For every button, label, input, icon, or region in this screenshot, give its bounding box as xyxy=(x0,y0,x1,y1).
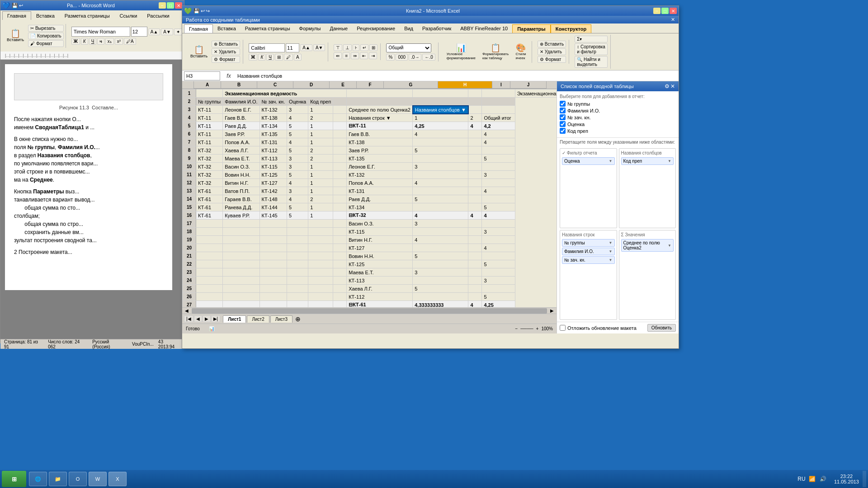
excel-align-left-button[interactable]: ⇚ xyxy=(334,52,342,59)
sheet-tab-3[interactable]: Лист3 xyxy=(270,315,292,323)
pivot-rows-item-name[interactable]: Фамилия И.О. ▼ xyxy=(562,248,615,255)
cell-21-0[interactable] xyxy=(196,252,223,260)
cell-17-3[interactable] xyxy=(287,220,308,228)
cell-23-2[interactable] xyxy=(259,268,287,277)
cell-24-2[interactable] xyxy=(259,277,287,285)
cell-24-4[interactable] xyxy=(308,277,333,285)
word-italic-button[interactable]: К xyxy=(81,38,88,45)
excel-align-center-button[interactable]: ≡ xyxy=(343,52,350,59)
cell-24-0[interactable] xyxy=(196,277,223,285)
cell-14-6[interactable]: Раев Д.Д. xyxy=(347,195,413,203)
excel-format-select[interactable]: Общий xyxy=(386,43,431,52)
cell-24-1[interactable] xyxy=(223,277,259,285)
cell-19-3[interactable] xyxy=(287,236,308,244)
cell-13-9[interactable]: 4 xyxy=(482,187,515,195)
cell-26-6[interactable]: КТ-112 xyxy=(347,293,413,301)
excel-insert-button[interactable]: ⊕ Вставить xyxy=(212,41,240,47)
cell-10-1[interactable]: Васин О.З. xyxy=(223,163,259,171)
cell-2-2[interactable]: № зач. кн. xyxy=(259,98,287,106)
cell-19-8[interactable] xyxy=(468,236,482,244)
cell-16-4[interactable]: 1 xyxy=(308,211,333,220)
pivot-field-teacher-checkbox[interactable] xyxy=(560,128,566,134)
cell-21-4[interactable] xyxy=(308,252,333,260)
cell-16-8[interactable]: 4 xyxy=(468,211,482,220)
cell-27-6[interactable]: ⊟КТ-61 xyxy=(347,301,413,308)
word-subscript-button[interactable]: x₁ xyxy=(105,38,114,45)
cell-3-0[interactable]: КТ-11 xyxy=(196,106,223,114)
word-clear-format-button[interactable]: ✦ xyxy=(174,28,182,35)
cell-2-8[interactable] xyxy=(468,98,482,106)
word-paste-button[interactable]: 📋 Вставить xyxy=(4,28,27,44)
col-header-F[interactable]: F xyxy=(357,81,384,89)
cell-11-5[interactable] xyxy=(333,171,347,179)
cell-15-9[interactable]: 5 xyxy=(482,203,515,211)
cell-21-2[interactable] xyxy=(259,252,287,260)
select-all-button[interactable] xyxy=(182,81,194,89)
cell-6-1[interactable]: Заев Р.Р. xyxy=(223,130,259,138)
scroll-thumb[interactable] xyxy=(192,308,547,314)
cell-4-2[interactable]: КТ-138 xyxy=(259,114,287,122)
row-number-4[interactable]: 4 xyxy=(183,114,196,122)
excel-format-button[interactable]: ⚙ Формат xyxy=(212,56,240,63)
cell-26-5[interactable] xyxy=(333,293,347,301)
cell-19-5[interactable] xyxy=(333,236,347,244)
cell-4-9[interactable]: Общий итог xyxy=(482,114,515,122)
cell-5-5[interactable] xyxy=(333,122,347,130)
pivot-work-close-icon[interactable]: ✕ xyxy=(671,17,675,23)
excel-increase-indent-button[interactable]: ⇥ xyxy=(369,52,377,59)
cell-22-4[interactable] xyxy=(308,260,333,268)
cell-14-7[interactable]: 5 xyxy=(413,195,468,203)
cell-9-0[interactable]: КТ-32 xyxy=(196,155,223,163)
cell-20-9[interactable]: 4 xyxy=(482,244,515,252)
row-number-1[interactable]: 1 xyxy=(183,89,196,98)
cell-8-6[interactable]: Заев Р.Р. xyxy=(347,146,413,155)
cell-25-4[interactable] xyxy=(308,285,333,293)
row-number-16[interactable]: 16 xyxy=(183,211,196,220)
sheet-prev-button[interactable]: ◀ xyxy=(194,315,202,322)
cell-19-1[interactable] xyxy=(223,236,259,244)
cell-3-7[interactable]: Названия столбцов ▼ xyxy=(413,106,468,114)
word-quick-undo[interactable]: ↩ xyxy=(19,3,23,9)
cell-24-7[interactable] xyxy=(413,277,468,285)
taskbar-excel-button[interactable]: X xyxy=(108,472,127,486)
cell-17-2[interactable] xyxy=(259,220,287,228)
cell-15-7[interactable] xyxy=(413,203,468,211)
cell-18-4[interactable] xyxy=(308,228,333,236)
cell-5-2[interactable]: КТ-134 xyxy=(259,122,287,130)
cell-10-3[interactable]: 3 xyxy=(287,163,308,171)
excel-delete-button[interactable]: ✕ Удалить xyxy=(212,48,240,55)
cell-7-3[interactable]: 4 xyxy=(287,138,308,146)
cell-25-7[interactable]: 5 xyxy=(413,285,468,293)
word-minimize-button[interactable]: − xyxy=(159,2,166,9)
cell-1-5[interactable] xyxy=(482,89,515,98)
pivot-values-item-avg[interactable]: Среднее по полю Оценка2 ▼ xyxy=(621,239,674,252)
cell-7-1[interactable]: Попов А.А. xyxy=(223,138,259,146)
cell-27-1[interactable] xyxy=(223,301,259,308)
cell-8-8[interactable] xyxy=(468,146,482,155)
cell-27-4[interactable] xyxy=(308,301,333,308)
excel-maximize-button[interactable]: □ xyxy=(661,8,669,14)
cell-8-3[interactable]: 5 xyxy=(287,146,308,155)
cell-23-1[interactable] xyxy=(223,268,259,277)
excel-quick-undo[interactable]: ↩ xyxy=(201,8,205,14)
cell-11-8[interactable] xyxy=(468,171,482,179)
cell-4-6[interactable]: Названия строк ▼ xyxy=(347,114,413,122)
cell-6-7[interactable]: 4 xyxy=(413,130,468,138)
excel-delete-cell-button[interactable]: ✕ Удалить xyxy=(538,48,566,55)
cell-14-4[interactable]: 2 xyxy=(308,195,333,203)
cell-23-4[interactable] xyxy=(308,268,333,277)
cell-22-1[interactable] xyxy=(223,260,259,268)
cell-15-2[interactable]: КТ-144 xyxy=(259,203,287,211)
pivot-field-grade[interactable]: Оценка xyxy=(560,121,676,127)
word-copy-button[interactable]: 📄 Копировать xyxy=(28,33,64,39)
start-button[interactable]: ⊞ xyxy=(2,471,26,487)
cell-19-4[interactable] xyxy=(308,236,333,244)
cell-5-6[interactable]: ⊟КТ-11 xyxy=(347,122,413,130)
cell-5-8[interactable]: 4 xyxy=(468,122,482,130)
cell-23-6[interactable]: Маева Е.Т. xyxy=(347,268,413,277)
cell-25-9[interactable] xyxy=(482,285,515,293)
cell-5-3[interactable]: 5 xyxy=(287,122,308,130)
cell-13-7[interactable] xyxy=(413,187,468,195)
cell-7-7[interactable] xyxy=(413,138,468,146)
word-decrease-font-button[interactable]: A▼ xyxy=(161,28,173,35)
